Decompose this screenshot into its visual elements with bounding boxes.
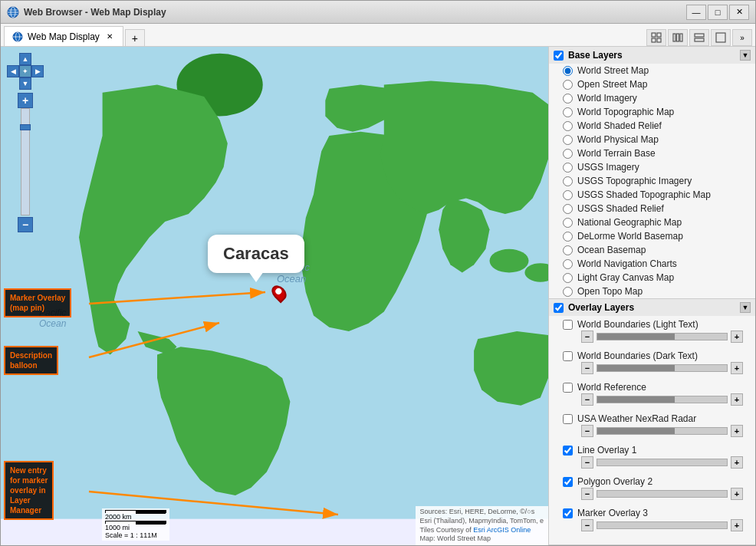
minimize-button[interactable]: — <box>686 5 706 20</box>
attribution-link[interactable]: Esri ArcGIS Online <box>473 526 531 534</box>
overlay-checkbox-world-bounds-light[interactable] <box>563 320 573 330</box>
base-layer-radio-world-shaded-relief[interactable] <box>563 121 573 131</box>
marker-pin[interactable] <box>273 285 285 301</box>
pan-center-button[interactable]: ✦ <box>19 65 31 77</box>
columns-view-button[interactable] <box>668 29 688 46</box>
base-layer-item-world-shaded-relief[interactable]: World Shaded Relief <box>549 119 755 133</box>
opacity-plus-marker-overlay[interactable]: + <box>731 519 743 531</box>
map-navigation: ▲ ◀ ✦ ▶ ▼ + − <box>7 53 44 232</box>
zoom-out-button[interactable]: − <box>18 217 33 232</box>
base-layers-checkbox[interactable] <box>554 51 564 61</box>
base-layer-radio-world-nav[interactable] <box>563 259 573 269</box>
opacity-minus-world-bounds-dark[interactable]: − <box>581 362 593 374</box>
base-layer-item-open-topo[interactable]: Open Topo Map <box>549 285 755 298</box>
base-layer-item-world-street[interactable]: World Street Map <box>549 64 755 77</box>
map-area[interactable]: ▲ ◀ ✦ ▶ ▼ + − ▶ Atlantic O <box>1 47 548 545</box>
opacity-plus-usa-nexrad[interactable]: + <box>731 425 743 437</box>
tab-close-button[interactable]: ✕ <box>104 31 115 42</box>
overlay-layers-checkbox[interactable] <box>554 303 564 313</box>
opacity-plus-world-ref[interactable]: + <box>731 393 743 406</box>
base-layer-item-open-street[interactable]: Open Street Map <box>549 77 755 91</box>
overlay-label-world-bounds-dark: World Boundaries (Dark Text) <box>577 350 698 361</box>
split-view-button[interactable] <box>689 29 709 46</box>
overlay-checkbox-world-bounds-dark[interactable] <box>563 351 573 361</box>
base-layer-item-nat-geo[interactable]: National Geographic Map <box>549 215 755 229</box>
zoom-track[interactable] <box>21 108 30 215</box>
overlay-checkbox-marker-overlay[interactable] <box>563 508 573 518</box>
opacity-track-line-overlay[interactable] <box>597 459 728 466</box>
base-layer-item-usgs-shaded-topo[interactable]: USGS Shaded Topographic Map <box>549 188 755 202</box>
base-layer-radio-open-topo[interactable] <box>563 287 573 297</box>
base-layer-radio-light-gray[interactable] <box>563 273 573 283</box>
opacity-plus-world-bounds-dark[interactable]: + <box>731 362 743 374</box>
base-layers-header[interactable]: Base Layers ▼ <box>549 47 755 64</box>
opacity-minus-line-overlay[interactable]: − <box>581 456 593 469</box>
opacity-track-world-bounds-dark[interactable] <box>597 364 728 372</box>
zoom-in-button[interactable]: + <box>18 93 33 108</box>
base-layer-item-world-terrain[interactable]: World Terrain Base <box>549 146 755 160</box>
base-layer-radio-usgs-imagery[interactable] <box>563 163 573 173</box>
base-layer-item-ocean[interactable]: Ocean Basemap <box>549 243 755 257</box>
opacity-minus-marker-overlay[interactable]: − <box>581 519 593 531</box>
base-layer-item-world-nav[interactable]: World Navigation Charts <box>549 257 755 271</box>
overlay-item-marker-overlay: Marker Overlay 3−+ <box>549 505 755 536</box>
overlay-checkbox-polygon-overlay[interactable] <box>563 477 573 487</box>
base-layer-radio-usgs-shaded-topo[interactable] <box>563 190 573 200</box>
base-layer-radio-ocean[interactable] <box>563 245 573 255</box>
pan-left-button[interactable]: ◀ <box>7 65 19 77</box>
overlay-checkbox-usa-nexrad[interactable] <box>563 414 573 424</box>
overlay-layers-header[interactable]: Overlay Layers ▼ <box>549 299 755 316</box>
base-layer-radio-open-street[interactable] <box>563 80 573 90</box>
scale-text: Scale = 1 : 111M <box>105 531 166 539</box>
full-screen-button[interactable] <box>711 29 731 46</box>
new-tab-button[interactable]: + <box>125 29 145 46</box>
opacity-track-world-bounds-light[interactable] <box>597 333 728 340</box>
info-balloon[interactable]: Caracas <box>208 235 304 273</box>
base-layer-radio-delorme[interactable] <box>563 232 573 242</box>
pan-down-button[interactable]: ▼ <box>19 77 31 90</box>
web-map-tab[interactable]: Web Map Display ✕ <box>4 26 123 46</box>
base-layer-radio-world-physical[interactable] <box>563 135 573 145</box>
base-layer-item-usgs-shaded-relief[interactable]: USGS Shaded Relief <box>549 202 755 215</box>
base-layers-collapse-btn[interactable]: ▼ <box>740 50 751 61</box>
base-layer-radio-nat-geo[interactable] <box>563 218 573 228</box>
opacity-plus-polygon-overlay[interactable]: + <box>731 488 743 500</box>
overlay-checkbox-world-ref[interactable] <box>563 383 573 393</box>
svg-rect-11 <box>657 38 661 42</box>
base-layer-item-delorme[interactable]: DeLorme World Basemap <box>549 229 755 243</box>
base-layer-item-world-imagery[interactable]: World Imagery <box>549 91 755 105</box>
base-layer-item-light-gray[interactable]: Light Gray Canvas Map <box>549 271 755 285</box>
opacity-fill-usa-nexrad <box>597 428 675 434</box>
base-layer-item-usgs-topo[interactable]: USGS Topographic Imagery <box>549 174 755 188</box>
close-button[interactable]: ✕ <box>729 5 749 20</box>
base-layer-radio-world-imagery[interactable] <box>563 94 573 104</box>
grid-view-button[interactable] <box>646 29 666 46</box>
base-layer-radio-world-terrain[interactable] <box>563 149 573 159</box>
svg-rect-14 <box>680 34 682 41</box>
tab-label: Web Map Display <box>28 31 100 42</box>
opacity-minus-usa-nexrad[interactable]: − <box>581 425 593 437</box>
opacity-minus-world-bounds-light[interactable]: − <box>581 331 593 343</box>
base-layer-item-world-physical[interactable]: World Physical Map <box>549 133 755 146</box>
base-layer-radio-world-street[interactable] <box>563 66 573 76</box>
opacity-plus-world-bounds-light[interactable]: + <box>731 331 743 343</box>
base-layer-item-usgs-imagery[interactable]: USGS Imagery <box>549 160 755 174</box>
pan-up-button[interactable]: ▲ <box>19 53 31 65</box>
base-layer-radio-world-topo[interactable] <box>563 107 573 117</box>
maximize-button[interactable]: □ <box>708 5 728 20</box>
opacity-track-world-ref[interactable] <box>597 396 728 403</box>
overlay-checkbox-line-overlay[interactable] <box>563 446 573 456</box>
opacity-track-polygon-overlay[interactable] <box>597 490 728 498</box>
opacity-track-usa-nexrad[interactable] <box>597 427 728 435</box>
base-layer-item-world-topo[interactable]: World Topographic Map <box>549 105 755 119</box>
zoom-thumb[interactable] <box>20 124 31 130</box>
base-layer-radio-usgs-topo[interactable] <box>563 176 573 186</box>
more-options-button[interactable]: » <box>732 29 752 46</box>
opacity-plus-line-overlay[interactable]: + <box>731 456 743 469</box>
overlay-layers-collapse-btn[interactable]: ▼ <box>740 302 751 313</box>
opacity-track-marker-overlay[interactable] <box>597 521 728 529</box>
pan-right-button[interactable]: ▶ <box>31 65 44 77</box>
base-layer-radio-usgs-shaded-relief[interactable] <box>563 204 573 214</box>
opacity-minus-world-ref[interactable]: − <box>581 393 593 406</box>
opacity-minus-polygon-overlay[interactable]: − <box>581 488 593 500</box>
